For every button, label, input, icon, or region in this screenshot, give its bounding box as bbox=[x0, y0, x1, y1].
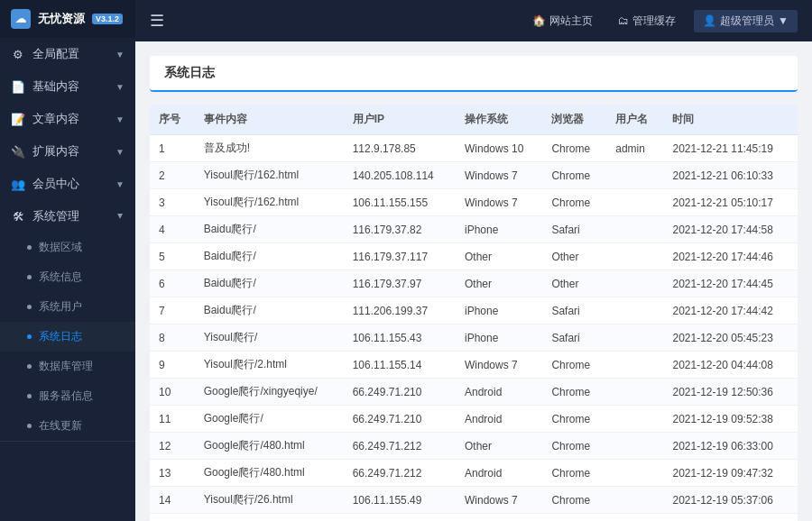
cell-browser: Chrome bbox=[542, 433, 606, 460]
table-row: 3 Yisoul爬行/162.html 106.11.155.155 Windo… bbox=[150, 189, 798, 216]
arrow-system: ▲ bbox=[115, 212, 125, 222]
cell-ip: 140.205.108.114 bbox=[344, 162, 456, 189]
cell-browser: Chrome bbox=[542, 379, 606, 406]
cell-id: 14 bbox=[150, 487, 195, 514]
cell-id: 6 bbox=[150, 270, 195, 297]
table-body: 1 普及成功! 112.9.178.85 Windows 10 Chrome a… bbox=[150, 135, 798, 522]
table-row: 9 Yisoul爬行/2.html 106.11.155.14 Windows … bbox=[150, 352, 798, 379]
cell-user bbox=[606, 379, 663, 406]
cell-time: 2021-12-20 17:44:46 bbox=[663, 243, 798, 270]
app-name: 无忧资源 bbox=[38, 11, 85, 27]
sidebar-sub-datazone[interactable]: 数据区域 bbox=[0, 233, 135, 262]
cell-id: 3 bbox=[150, 189, 195, 216]
sidebar-item-member[interactable]: 👥 会员中心 ▼ bbox=[0, 168, 135, 200]
cell-event: Google爬行/ bbox=[195, 406, 344, 433]
dot-syslog bbox=[27, 334, 32, 339]
dot-dbmanage bbox=[27, 364, 32, 369]
cell-event: Yisoul爬行/ bbox=[195, 324, 344, 352]
cell-user bbox=[606, 243, 663, 270]
cell-event: Yisoul爬行/162.html bbox=[195, 162, 344, 189]
cell-id: 13 bbox=[150, 460, 195, 487]
sidebar-sub-dbmanage[interactable]: 数据库管理 bbox=[0, 352, 135, 381]
arrow-dashboard: ▼ bbox=[115, 50, 125, 59]
cell-event: Baidu爬行/ bbox=[195, 270, 344, 297]
sidebar-sub-syslog[interactable]: 系统日志 bbox=[0, 322, 135, 352]
page-header: 系统日志 bbox=[150, 56, 798, 92]
home-link[interactable]: 🏠 网站主页 bbox=[525, 14, 600, 29]
table-row: 8 Yisoul爬行/ 106.11.155.43 iPhone Safari … bbox=[150, 324, 798, 352]
table-row: 6 Baidu爬行/ 116.179.37.97 Other Other 202… bbox=[150, 270, 798, 297]
cell-user: admin bbox=[606, 135, 663, 162]
sidebar-label-basic: 基础内容 bbox=[32, 78, 79, 95]
sidebar-item-dashboard[interactable]: ⚙ 全局配置 ▼ bbox=[0, 38, 135, 70]
table-row: 12 Google爬行/480.html 66.249.71.212 Other… bbox=[150, 433, 798, 460]
sidebar-sub-sysuser[interactable]: 系统用户 bbox=[0, 292, 135, 322]
sidebar-sub-serverinfo[interactable]: 服务器信息 bbox=[0, 381, 135, 411]
cell-id: 4 bbox=[150, 216, 195, 243]
cell-event: Yisoul爬行/162.html bbox=[195, 189, 344, 216]
cell-event: Baidu爬行/ bbox=[195, 216, 344, 243]
sidebar-sub-sysinfo[interactable]: 系统信息 bbox=[0, 262, 135, 292]
user-dropdown-icon: ▼ bbox=[778, 14, 789, 27]
cell-event: Google爬行/480.html bbox=[195, 460, 344, 487]
table-row: 1 普及成功! 112.9.178.85 Windows 10 Chrome a… bbox=[150, 135, 798, 162]
dot-sysuser bbox=[27, 305, 32, 309]
manage-cache-link[interactable]: 🗂 管理缓存 bbox=[611, 14, 683, 29]
col-user: 用户名 bbox=[606, 105, 663, 135]
cell-time: 2021-12-19 09:52:38 bbox=[663, 406, 798, 433]
cell-id: 11 bbox=[150, 406, 195, 433]
content-area: 系统日志 序号 事件内容 用户IP 操作系统 浏览器 用户名 时间 bbox=[135, 41, 812, 521]
col-browser: 浏览器 bbox=[542, 105, 606, 135]
cell-time: 2021-12-20 17:44:42 bbox=[663, 297, 798, 324]
table-row: 7 Baidu爬行/ 111.206.199.37 iPhone Safari … bbox=[150, 297, 798, 324]
cell-event: Yisoul爬行/2.html bbox=[195, 352, 344, 379]
arrow-member: ▼ bbox=[115, 179, 125, 189]
log-table-container: 序号 事件内容 用户IP 操作系统 浏览器 用户名 时间 1 普及成功! 112… bbox=[150, 105, 798, 521]
cell-ip: 66.249.71.212 bbox=[344, 460, 456, 487]
col-os: 操作系统 bbox=[456, 105, 542, 135]
table-row: 14 Yisoul爬行/26.html 106.11.155.49 Window… bbox=[150, 487, 798, 514]
table-row: 15 Baidu爬行/ 116.179.37.203 iPhone Safari… bbox=[150, 514, 798, 522]
sidebar-sub-update[interactable]: 在线更新 bbox=[0, 411, 135, 441]
home-link-label: 网站主页 bbox=[549, 14, 593, 29]
cell-browser: Chrome bbox=[542, 189, 606, 216]
table-row: 4 Baidu爬行/ 116.179.37.82 iPhone Safari 2… bbox=[150, 216, 798, 243]
table-row: 5 Baidu爬行/ 116.179.37.117 Other Other 20… bbox=[150, 243, 798, 270]
cell-event: Baidu爬行/ bbox=[195, 243, 344, 270]
cell-browser: Chrome bbox=[542, 352, 606, 379]
cell-ip: 116.179.37.203 bbox=[344, 514, 456, 522]
dashboard-icon: ⚙ bbox=[11, 47, 25, 61]
cell-time: 2021-12-19 09:47:32 bbox=[663, 460, 798, 487]
cell-os: Android bbox=[456, 379, 542, 406]
cell-browser: Chrome bbox=[542, 162, 606, 189]
user-icon: 👤 bbox=[703, 14, 716, 27]
sidebar-label-member: 会员中心 bbox=[32, 176, 79, 192]
sidebar-item-system[interactable]: 🛠 系统管理 ▲ bbox=[0, 200, 135, 233]
sidebar-item-basic[interactable]: 📄 基础内容 ▼ bbox=[0, 70, 135, 103]
cell-ip: 116.179.37.82 bbox=[344, 216, 456, 243]
cell-ip: 106.11.155.155 bbox=[344, 189, 456, 216]
cell-id: 9 bbox=[150, 352, 195, 379]
cell-os: Other bbox=[456, 270, 542, 297]
sidebar-item-extend[interactable]: 🔌 扩展内容 ▼ bbox=[0, 135, 135, 168]
sidebar-sub-label-update: 在线更新 bbox=[39, 418, 82, 434]
sidebar-label-system: 系统管理 bbox=[32, 208, 79, 224]
cell-os: Windows 7 bbox=[456, 487, 542, 514]
cell-id: 8 bbox=[150, 324, 195, 352]
cell-os: iPhone bbox=[456, 324, 542, 352]
sidebar-sub-label-dbmanage: 数据库管理 bbox=[39, 359, 93, 374]
menu-toggle-icon[interactable]: ☰ bbox=[150, 11, 164, 31]
cell-time: 2021-12-20 05:45:23 bbox=[663, 324, 798, 352]
sidebar-sub-label-sysuser: 系统用户 bbox=[39, 299, 82, 315]
sidebar-sub-label-datazone: 数据区域 bbox=[39, 240, 82, 255]
article-icon: 📝 bbox=[11, 112, 25, 126]
page-title: 系统日志 bbox=[164, 65, 215, 79]
cell-browser: Safari bbox=[542, 514, 606, 522]
sidebar-item-article[interactable]: 📝 文章内容 ▼ bbox=[0, 103, 135, 135]
table-row: 11 Google爬行/ 66.249.71.210 Android Chrom… bbox=[150, 406, 798, 433]
cell-os: Other bbox=[456, 243, 542, 270]
cell-time: 2021-12-20 04:44:08 bbox=[663, 352, 798, 379]
cell-ip: 66.249.71.212 bbox=[344, 433, 456, 460]
user-menu[interactable]: 👤 超级管理员 ▼ bbox=[694, 10, 798, 32]
cell-user bbox=[606, 189, 663, 216]
